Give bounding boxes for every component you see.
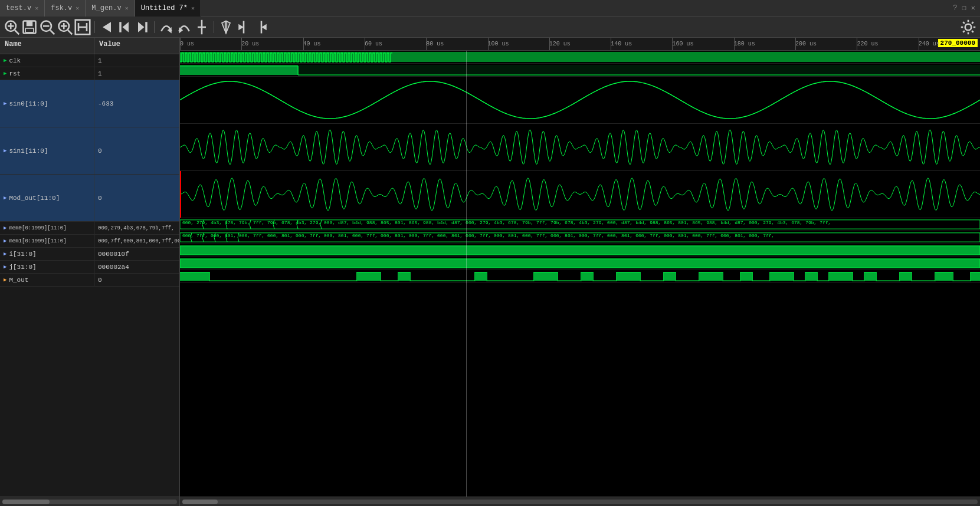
signal-row-mout[interactable]: ▶ M_out 0 [0, 274, 179, 287]
signal-row-mem1[interactable]: ▶ mem1[0:1999][11:0] 000,7ff,000,801,000… [0, 235, 179, 248]
signal-panel-hscroll[interactable] [0, 497, 179, 506]
svg-marker-18 [103, 22, 111, 32]
signal-label-j: j[31:0] [9, 264, 36, 271]
signal-name-sin0: ▶ sin0[11:0] [0, 80, 94, 127]
svg-rect-89 [829, 272, 853, 281]
svg-rect-83 [617, 272, 640, 281]
settings-button[interactable] [960, 19, 976, 35]
send-fwd-button[interactable] [158, 19, 175, 35]
svg-marker-19 [123, 22, 129, 32]
svg-rect-35 [180, 65, 980, 75]
tab-untitled7-close[interactable]: ✕ [191, 5, 195, 12]
signal-row-mem0[interactable]: ▶ mem0[0:1999][11:0] 000,279,4b3,678,79b… [0, 222, 179, 235]
tab-mgen-v[interactable]: M_gen.v ✕ [86, 0, 135, 17]
zoom-out-button[interactable] [39, 19, 55, 35]
signal-panel: Name Value ▶ clk 1 ▶ rst 1 [0, 38, 180, 506]
close-icon[interactable]: ✕ [971, 4, 975, 12]
send-back-button[interactable] [176, 19, 192, 35]
svg-rect-77 [180, 272, 209, 281]
signal-value-sin0: -633 [94, 80, 179, 127]
svg-rect-90 [864, 272, 876, 281]
signal-value-modout: 0 [94, 175, 179, 221]
time-marker-7: 140 us [611, 38, 632, 50]
signal-name-sin1: ▶ sin1[11:0] [0, 127, 94, 174]
signal-row-sin1[interactable]: ▶ sin1[11:0] 0 [0, 127, 179, 175]
signal-label-clk: clk [9, 57, 21, 64]
svg-rect-88 [805, 272, 817, 281]
skip-back-button[interactable] [116, 19, 133, 35]
wave-j [180, 257, 980, 270]
wave-i [180, 244, 980, 257]
tab-bar: test.v ✕ fsk.v ✕ M_gen.v ✕ Untitled 7* ✕… [0, 0, 980, 17]
time-marker-11: 220 us [857, 38, 878, 50]
i-icon: ▶ [4, 251, 6, 257]
signal-name-mout: ▶ M_out [0, 274, 94, 286]
rst-icon: ▶ [4, 70, 6, 77]
signal-row-clk[interactable]: ▶ clk 1 [0, 54, 179, 67]
hscroll-track[interactable] [182, 500, 978, 504]
skip-fwd-button[interactable] [134, 19, 150, 35]
signal-row-modout[interactable]: ▶ Mod_out[11:0] 0 [0, 175, 179, 222]
time-marker-9: 180 us [734, 38, 755, 50]
svg-line-8 [50, 30, 54, 34]
wave-area: 270_00000 0 us20 us40 us60 us80 us100 us… [180, 38, 980, 506]
signal-name-rst: ▶ rst [0, 67, 94, 80]
j-icon: ▶ [4, 264, 6, 270]
wave-hscroll[interactable] [180, 497, 980, 506]
mem1-wave-text: 000, 7ff, 000, 801, 000, 7ff, 000, 801, … [182, 233, 978, 238]
svg-rect-92 [935, 272, 953, 281]
tab-mgen-v-close[interactable]: ✕ [125, 5, 129, 12]
name-column-header: Name [0, 38, 94, 54]
svg-marker-21 [138, 22, 145, 32]
time-ruler: 270_00000 0 us20 us40 us60 us80 us100 us… [180, 38, 980, 51]
sin1-icon: ▶ [4, 147, 6, 154]
add-mark-button[interactable] [194, 19, 210, 35]
tab-untitled7-label: Untitled 7* [141, 4, 188, 12]
signal-label-modout: Mod_out[11:0] [9, 195, 60, 202]
time-marker-12: 240 us [919, 38, 940, 50]
tab-fsk-v-close[interactable]: ✕ [76, 5, 79, 12]
save-button[interactable] [21, 19, 38, 35]
svg-line-11 [68, 30, 72, 34]
svg-line-1 [15, 30, 19, 34]
mem0-wave-text: 000, 279, 4b3, 678, 79b, 7ff, 79b, 678, … [182, 220, 978, 225]
time-marker-0: 0 us [180, 38, 194, 50]
signal-row-sin0[interactable]: ▶ sin0[11:0] -633 [0, 80, 179, 127]
signal-row-i[interactable]: ▶ i[31:0] 0000010f [0, 248, 179, 261]
svg-rect-82 [581, 272, 593, 281]
waveforms-container[interactable]: 000, 279, 4b3, 678, 79b, 7ff, 79b, 678, … [180, 51, 980, 497]
wave-clk [180, 51, 980, 64]
goto-mark-button[interactable] [218, 19, 234, 35]
signal-name-j: ▶ j[31:0] [0, 261, 94, 273]
help-icon[interactable]: ? [953, 4, 957, 12]
signal-name-mem1: ▶ mem1[0:1999][11:0] [0, 235, 94, 247]
signal-scroll-thumb[interactable] [2, 500, 50, 504]
tab-fsk-v-label: fsk.v [51, 4, 72, 12]
clk-icon: ▶ [4, 57, 6, 64]
next-mark-button[interactable] [253, 19, 270, 35]
signal-value-mem0: 000,279,4b3,678,79b,7ff, [94, 222, 179, 234]
zoom-in-button[interactable] [57, 19, 73, 35]
wave-mout [180, 270, 980, 283]
signal-row-rst[interactable]: ▶ rst 1 [0, 67, 179, 80]
mout-icon: ▶ [4, 277, 6, 283]
svg-rect-80 [475, 272, 487, 281]
tab-test-v[interactable]: test.v ✕ [0, 0, 45, 17]
tab-test-v-close[interactable]: ✕ [35, 5, 38, 12]
restore-icon[interactable]: ❐ [962, 4, 966, 12]
svg-rect-79 [398, 272, 410, 281]
tab-test-v-label: test.v [6, 4, 31, 12]
hscroll-thumb[interactable] [182, 500, 218, 504]
signal-row-j[interactable]: ▶ j[31:0] 000002a4 [0, 261, 179, 274]
arrow-left-button[interactable] [99, 19, 115, 35]
zoom-fit-button[interactable] [4, 19, 20, 35]
tab-fsk-v[interactable]: fsk.v ✕ [45, 0, 86, 17]
mem1-icon: ▶ [4, 238, 6, 244]
mem0-icon: ▶ [4, 225, 6, 231]
zoom-full-button[interactable] [74, 19, 91, 35]
time-marker-3: 60 us [365, 38, 382, 50]
tab-untitled7[interactable]: Untitled 7* ✕ [135, 0, 201, 17]
signal-value-clk: 1 [94, 54, 179, 67]
signal-label-sin1: sin1[11:0] [9, 147, 48, 155]
prev-mark-button[interactable] [235, 19, 252, 35]
